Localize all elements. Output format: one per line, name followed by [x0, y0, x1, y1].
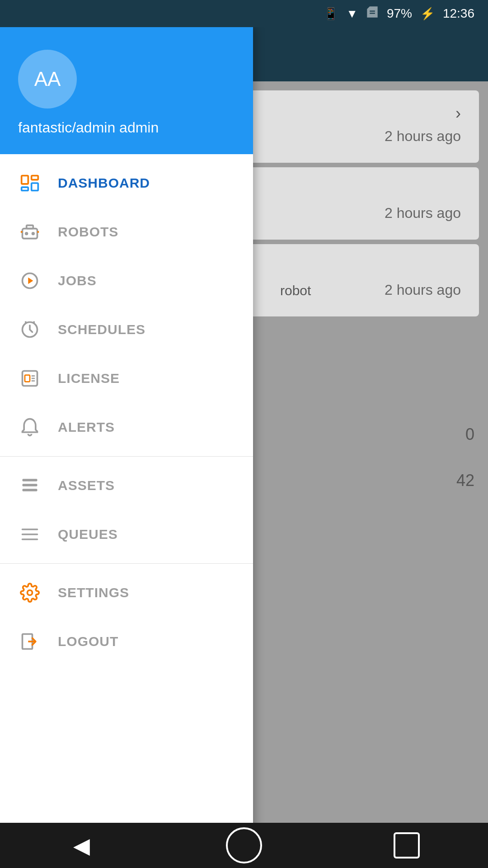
- clock: 12:36: [443, 6, 474, 21]
- svg-rect-1: [32, 176, 38, 180]
- alerts-icon: [18, 415, 42, 439]
- battery-level: 97%: [387, 6, 412, 21]
- dashboard-icon: [18, 171, 42, 195]
- chart-val-1: 0: [456, 425, 474, 444]
- sidebar-item-dashboard[interactable]: DASHBOARD: [0, 159, 253, 208]
- nav-section-main: DASHBOARD ROBOTS: [0, 154, 253, 457]
- schedules-icon: [18, 318, 42, 341]
- license-label: LICENSE: [58, 371, 120, 386]
- sidebar-item-robots[interactable]: ROBOTS: [0, 208, 253, 256]
- settings-label: SETTINGS: [58, 585, 129, 600]
- sim-icon: [366, 6, 379, 22]
- jobs-icon: [18, 269, 42, 292]
- jobs-label: JOBS: [58, 273, 97, 288]
- bg-chart-area: 0 42: [456, 425, 474, 517]
- svg-point-7: [32, 232, 35, 235]
- back-button[interactable]: ◀: [63, 827, 99, 863]
- sidebar-item-logout[interactable]: LOGOUT: [0, 617, 253, 666]
- sidebar-item-queues[interactable]: QUEUES: [0, 510, 253, 559]
- sidebar-item-assets[interactable]: ASSETS: [0, 461, 253, 510]
- svg-rect-16: [25, 375, 30, 382]
- sidebar-item-schedules[interactable]: SCHEDULES: [0, 305, 253, 354]
- nav-section-assets: ASSETS QUEUES: [0, 457, 253, 564]
- card-time-3: 2 hours ago: [385, 282, 461, 298]
- queues-icon: [18, 523, 42, 546]
- user-name: fantastic/admin admin: [18, 119, 235, 136]
- queues-label: QUEUES: [58, 527, 118, 542]
- bottom-nav-bar: ◀: [0, 823, 488, 868]
- logout-label: LOGOUT: [58, 634, 118, 649]
- assets-icon: [18, 474, 42, 497]
- sidebar-item-settings[interactable]: SETTINGS: [0, 568, 253, 617]
- nav-section-settings: SETTINGS LOGOUT: [0, 564, 253, 670]
- svg-rect-4: [23, 229, 38, 239]
- avatar-initials: AA: [34, 68, 61, 90]
- main-layout: › 2 hours ago 2 hours ago 2 hours ago ro…: [0, 27, 488, 868]
- wifi-icon: ▼: [346, 7, 358, 21]
- svg-rect-0: [22, 176, 28, 184]
- schedules-label: SCHEDULES: [58, 322, 145, 337]
- recents-square[interactable]: [394, 832, 420, 859]
- dashboard-label: DASHBOARD: [58, 175, 150, 191]
- svg-point-26: [28, 590, 33, 595]
- card-robot-label: robot: [280, 283, 311, 298]
- home-button[interactable]: [226, 827, 262, 863]
- chart-val-2: 42: [456, 471, 474, 490]
- assets-label: ASSETS: [58, 478, 115, 493]
- svg-rect-2: [32, 183, 38, 191]
- recents-button[interactable]: [389, 827, 425, 863]
- svg-marker-11: [28, 278, 33, 284]
- home-circle[interactable]: [226, 827, 262, 863]
- drawer-header: AA fantastic/admin admin: [0, 27, 253, 154]
- sidebar-item-alerts[interactable]: ALERTS: [0, 403, 253, 452]
- sidebar-item-license[interactable]: LICENSE: [0, 354, 253, 403]
- license-icon: [18, 367, 42, 390]
- alerts-label: ALERTS: [58, 420, 115, 435]
- battery-icon: ⚡: [420, 7, 435, 21]
- logout-icon: [18, 630, 42, 653]
- card-time-2: 2 hours ago: [385, 205, 461, 222]
- svg-rect-20: [23, 479, 38, 481]
- sidebar-item-jobs[interactable]: JOBS: [0, 256, 253, 305]
- svg-rect-22: [23, 489, 38, 491]
- phone-icon: 📱: [324, 7, 338, 21]
- robots-icon: [18, 220, 42, 244]
- card-time-1: 2 hours ago: [385, 128, 461, 145]
- svg-rect-5: [27, 225, 33, 228]
- card-arrow-1: ›: [455, 104, 461, 123]
- svg-rect-3: [22, 187, 28, 190]
- status-bar: 📱 ▼ 97% ⚡ 12:36: [0, 0, 488, 27]
- svg-rect-21: [23, 484, 38, 486]
- settings-icon: [18, 581, 42, 604]
- navigation-drawer: AA fantastic/admin admin DASHBOARD: [0, 27, 253, 868]
- svg-point-6: [25, 232, 28, 235]
- avatar: AA: [18, 50, 77, 108]
- robots-label: ROBOTS: [58, 224, 118, 240]
